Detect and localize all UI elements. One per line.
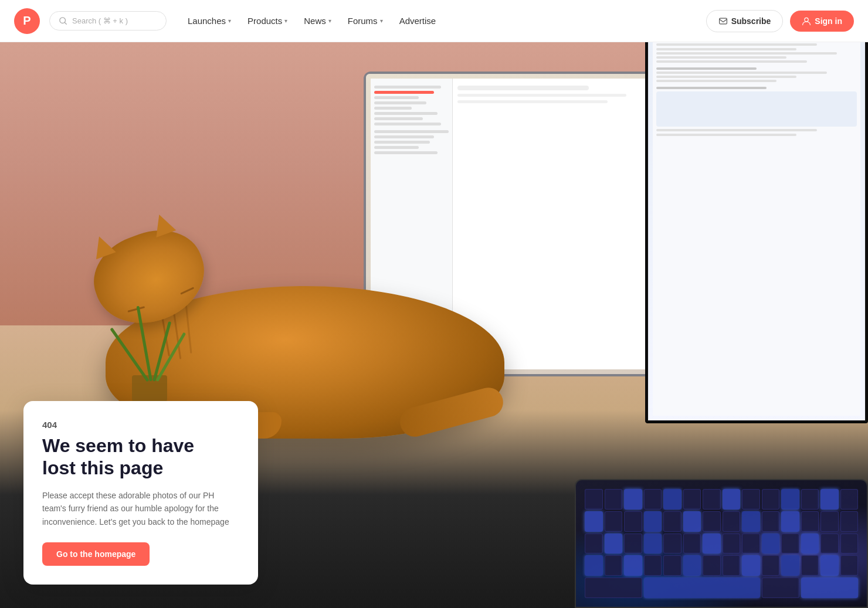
- chevron-down-icon: ▾: [228, 18, 231, 24]
- search-placeholder: Search ( ⌘ + k ): [72, 16, 128, 25]
- error-card: 404 We seem to have lost this page Pleas…: [23, 401, 258, 585]
- nav-actions: Subscribe Sign in: [706, 10, 854, 32]
- search-bar[interactable]: Search ( ⌘ + k ): [49, 11, 167, 30]
- chevron-down-icon: ▾: [284, 18, 287, 24]
- nav-forums[interactable]: Forums ▾: [341, 11, 390, 30]
- svg-point-2: [805, 18, 808, 21]
- go-to-homepage-button[interactable]: Go to the homepage: [42, 542, 150, 566]
- nav-links: Launches ▾ Products ▾ News ▾ Forums ▾ Ad…: [181, 11, 701, 30]
- chevron-down-icon: ▾: [328, 18, 331, 24]
- navbar: P Search ( ⌘ + k ) Launches ▾ Products ▾…: [0, 0, 868, 42]
- user-icon: [802, 16, 811, 26]
- envelope-icon: [718, 16, 728, 26]
- nav-advertise[interactable]: Advertise: [392, 11, 443, 30]
- search-icon: [59, 17, 67, 25]
- chevron-down-icon: ▾: [380, 18, 383, 24]
- error-description: Please accept these adorable photos of o…: [42, 489, 239, 528]
- nav-news[interactable]: News ▾: [297, 11, 338, 30]
- plant: [132, 305, 173, 405]
- keyboard: [575, 479, 868, 608]
- hero-section: 404 We seem to have lost this page Pleas…: [0, 42, 868, 608]
- nav-launches[interactable]: Launches ▾: [181, 11, 238, 30]
- error-code: 404: [42, 420, 239, 430]
- subscribe-button[interactable]: Subscribe: [706, 10, 784, 32]
- right-monitor: [645, 42, 868, 423]
- nav-products[interactable]: Products ▾: [240, 11, 294, 30]
- site-logo[interactable]: P: [14, 8, 40, 34]
- signin-button[interactable]: Sign in: [790, 11, 854, 32]
- error-title: We seem to have lost this page: [42, 434, 239, 480]
- svg-rect-1: [719, 18, 727, 24]
